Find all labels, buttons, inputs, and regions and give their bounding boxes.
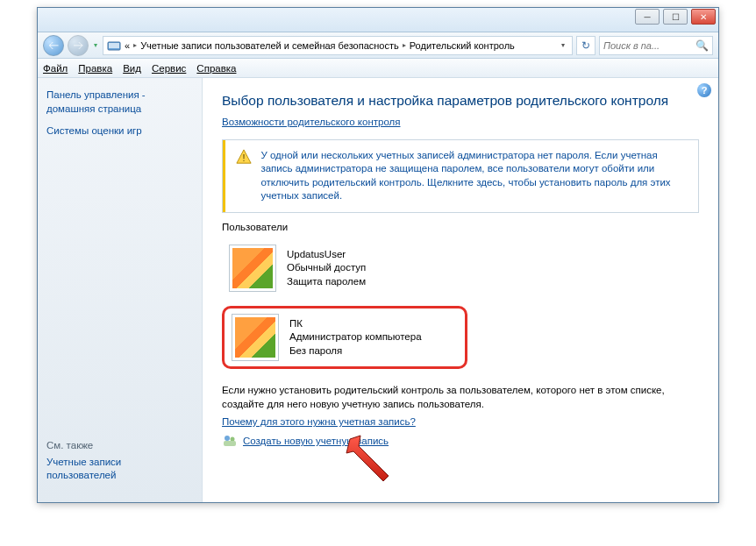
maximize-button[interactable]: ☐ [663,9,688,25]
navigation-bar: 🡠 🡢 ▾ « ▸ Учетные записи пользователей и… [38,32,718,59]
svg-rect-6 [224,441,236,446]
user-name: ПК [289,317,422,331]
user-protection: Без пароля [289,344,422,358]
svg-text:!: ! [243,152,246,162]
menu-file[interactable]: Файл [43,63,68,74]
help-icon[interactable]: ? [697,83,711,97]
user-role: Администратор компьютера [289,330,422,344]
create-account-link[interactable]: Создать новую учетную запись [243,436,389,446]
why-account-link[interactable]: Почему для этого нужна учетная запись? [222,416,416,427]
minimize-button[interactable]: ─ [635,9,660,25]
breadcrumb-item-1[interactable]: Учетные записи пользователей и семейная … [140,40,399,51]
avatar [232,314,279,361]
warning-banner[interactable]: ! У одной или нескольких учетных записей… [222,139,699,213]
warning-icon: ! [236,149,252,165]
sidebar-link-home[interactable]: Панель управления - домашняя страница [46,89,193,116]
breadcrumb-bar[interactable]: « ▸ Учетные записи пользователей и семей… [103,36,573,55]
close-button[interactable]: ✕ [691,9,716,25]
search-box[interactable]: 🔍 [599,36,713,55]
back-button[interactable]: 🡠 [43,35,64,56]
menu-help[interactable]: Справка [196,63,236,74]
svg-rect-1 [109,43,119,48]
content-area: ? Выбор пользователя и настройка парамет… [203,78,718,502]
sidebar-link-ratings[interactable]: Системы оценки игр [46,124,193,138]
forward-button[interactable]: 🡢 [68,35,89,56]
user-role: Обычный доступ [287,261,366,275]
users-section-label: Пользователи [222,222,699,232]
svg-point-4 [225,436,230,441]
sidebar-link-accounts[interactable]: Учетные записи пользователей [46,456,193,483]
capabilities-link[interactable]: Возможности родительского контроля [222,117,400,127]
user-card[interactable]: UpdatusUser Обычный доступ Защита пароле… [222,239,467,297]
breadcrumb-chevron[interactable]: ▸ [399,41,410,49]
warning-text[interactable]: У одной или нескольких учетных записей а… [260,149,688,203]
breadcrumb-dropdown[interactable]: ▾ [558,41,568,49]
people-icon [222,433,238,449]
window-body: Панель управления - домашняя страница Си… [38,78,718,502]
see-also-label: См. также [46,440,193,450]
avatar [229,245,276,292]
user-card-highlighted[interactable]: ПК Администратор компьютера Без пароля [222,306,467,369]
menu-edit[interactable]: Правка [78,63,112,74]
search-input[interactable] [603,40,694,51]
refresh-button[interactable]: ↻ [576,36,596,55]
control-panel-icon [107,39,121,53]
create-account-row[interactable]: Создать новую учетную запись [222,433,699,449]
menu-tools[interactable]: Сервис [152,63,186,74]
sidebar: Панель управления - домашняя страница Си… [38,78,203,502]
history-dropdown[interactable]: ▾ [92,41,99,49]
menu-view[interactable]: Вид [123,63,141,74]
search-icon: 🔍 [695,39,709,52]
user-name: UpdatusUser [287,248,366,262]
window-controls: ─ ☐ ✕ [635,9,716,25]
titlebar: ─ ☐ ✕ [38,8,718,32]
menu-bar: Файл Правка Вид Сервис Справка [38,59,718,78]
svg-point-5 [231,437,235,442]
control-panel-window: ─ ☐ ✕ 🡠 🡢 ▾ « ▸ Учетные записи пользоват… [37,7,719,503]
breadcrumb-item-2[interactable]: Родительский контроль [410,40,515,51]
breadcrumb-chevron[interactable]: ▸ [130,41,140,49]
help-text: Если нужно установить родительский контр… [222,383,699,411]
user-protection: Защита паролем [287,275,366,289]
page-title: Выбор пользователя и настройка параметро… [222,92,699,110]
